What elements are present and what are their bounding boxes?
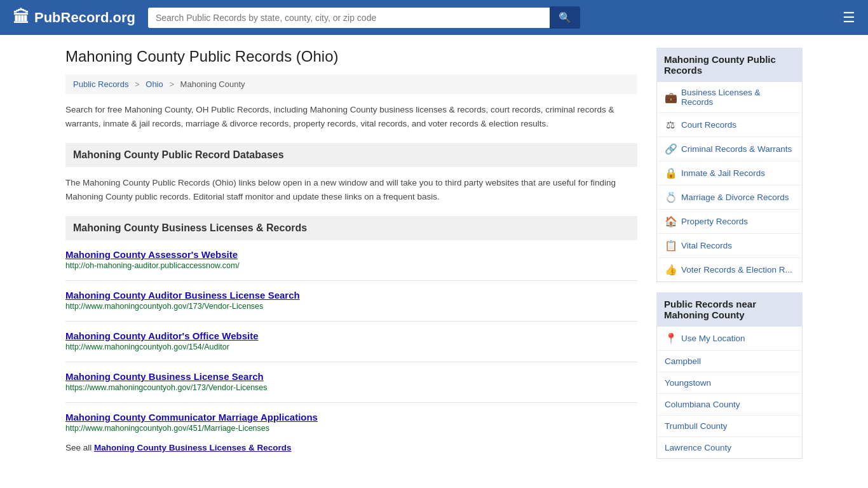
sidebar-label-marriage: Marriage & Divorce Records <box>681 193 789 202</box>
sidebar-item-voter[interactable]: 👍 Voter Records & Election R... <box>657 258 802 281</box>
record-url-auditor-biz: http://www.mahoningcountyoh.gov/173/Vend… <box>65 302 637 311</box>
sidebar-item-criminal[interactable]: 🔗 Criminal Records & Warrants <box>657 137 802 161</box>
sidebar-item-marriage[interactable]: 💍 Marriage & Divorce Records <box>657 186 802 210</box>
business-icon: 💼 <box>665 92 676 104</box>
property-icon: 🏠 <box>665 215 676 227</box>
databases-section-header: Mahoning County Public Record Databases <box>65 143 637 167</box>
records-list: Mahoning County Assessor's Website http:… <box>65 249 637 433</box>
record-item: Mahoning County Assessor's Website http:… <box>65 249 637 281</box>
site-logo[interactable]: 🏛 PubRecord.org <box>13 8 135 27</box>
record-url-marriage-apps: http://www.mahoningcountyoh.gov/451/Marr… <box>65 424 637 433</box>
location-icon: 📍 <box>665 332 676 344</box>
record-link-auditor-office[interactable]: Mahoning County Auditor's Office Website <box>65 330 637 341</box>
sidebar-label-court: Court Records <box>681 120 736 130</box>
logo-text: PubRecord.org <box>34 10 135 26</box>
sidebar-label-youngstown: Youngstown <box>665 378 711 388</box>
sidebar-label-lawrence: Lawrence County <box>665 443 731 452</box>
record-item: Mahoning County Business License Search … <box>65 371 637 403</box>
sidebar-label-property: Property Records <box>681 217 748 226</box>
sidebar-label-trumbull: Trumbull County <box>665 421 728 431</box>
breadcrumb-sep-1: > <box>135 79 140 89</box>
sidebar-item-business[interactable]: 💼 Business Licenses & Records <box>657 82 802 113</box>
record-link-assessor[interactable]: Mahoning County Assessor's Website <box>65 249 637 260</box>
search-input[interactable] <box>148 8 550 28</box>
see-all-link[interactable]: Mahoning County Business Licenses & Reco… <box>94 443 292 452</box>
sidebar-item-court[interactable]: ⚖ Court Records <box>657 113 802 137</box>
record-item: Mahoning County Communicator Marriage Ap… <box>65 412 637 433</box>
page-title: Mahoning County Public Records (Ohio) <box>65 48 637 65</box>
sidebar-item-campbell[interactable]: Campbell <box>657 351 802 372</box>
see-all-text: See all Mahoning County Business License… <box>65 443 637 452</box>
breadcrumb-public-records[interactable]: Public Records <box>73 79 128 89</box>
sidebar-label-vital: Vital Records <box>681 241 732 250</box>
nearby-title: Public Records near Mahoning County <box>656 292 803 327</box>
record-item: Mahoning County Auditor Business License… <box>65 290 637 322</box>
sidebar-nearby-list: 📍 Use My Location Campbell Youngstown Co… <box>656 327 803 459</box>
content-area: Mahoning County Public Records (Ohio) Pu… <box>65 48 637 459</box>
hamburger-icon: ☰ <box>843 10 855 25</box>
sidebar-item-property[interactable]: 🏠 Property Records <box>657 210 802 234</box>
site-header: 🏛 PubRecord.org 🔍 ☰ <box>0 0 868 35</box>
breadcrumb-sep-2: > <box>169 79 174 89</box>
logo-icon: 🏛 <box>13 8 29 27</box>
menu-button[interactable]: ☰ <box>843 10 855 26</box>
record-link-biz-search[interactable]: Mahoning County Business License Search <box>65 371 637 382</box>
sidebar-title: Mahoning County Public Records <box>656 48 803 82</box>
sidebar-item-trumbull[interactable]: Trumbull County <box>657 416 802 437</box>
sidebar-label-campbell: Campbell <box>665 356 701 366</box>
breadcrumb-ohio[interactable]: Ohio <box>146 79 163 89</box>
sidebar-records-list: 💼 Business Licenses & Records ⚖ Court Re… <box>656 82 803 282</box>
intro-text: Search for free Mahoning County, OH Publ… <box>65 103 637 130</box>
record-url-assessor: http://oh-mahoning-auditor.publicaccessn… <box>65 261 637 270</box>
sidebar-item-inmate[interactable]: 🔒 Inmate & Jail Records <box>657 161 802 186</box>
breadcrumb: Public Records > Ohio > Mahoning County <box>65 74 637 94</box>
search-button[interactable]: 🔍 <box>550 6 580 29</box>
voter-icon: 👍 <box>665 264 676 276</box>
vital-icon: 📋 <box>665 240 676 252</box>
record-url-biz-search: https://www.mahoningcountyoh.gov/173/Ven… <box>65 383 637 392</box>
record-url-auditor-office: http://www.mahoningcountyoh.gov/154/Audi… <box>65 342 637 351</box>
main-layout: Mahoning County Public Records (Ohio) Pu… <box>53 35 815 471</box>
record-item: Mahoning County Auditor's Office Website… <box>65 330 637 362</box>
sidebar-label-location: Use My Location <box>681 334 745 343</box>
databases-desc: The Mahoning County Public Records (Ohio… <box>65 176 637 203</box>
breadcrumb-current: Mahoning County <box>180 79 245 89</box>
sidebar-item-vital[interactable]: 📋 Vital Records <box>657 234 802 258</box>
inmate-icon: 🔒 <box>665 167 676 179</box>
search-bar: 🔍 <box>148 6 580 29</box>
sidebar-item-columbiana[interactable]: Columbiana County <box>657 394 802 416</box>
sidebar-label-inmate: Inmate & Jail Records <box>681 168 765 178</box>
sidebar-label-criminal: Criminal Records & Warrants <box>681 144 792 154</box>
record-link-auditor-biz[interactable]: Mahoning County Auditor Business License… <box>65 290 637 301</box>
court-icon: ⚖ <box>665 119 676 131</box>
sidebar-item-youngstown[interactable]: Youngstown <box>657 372 802 394</box>
sidebar-label-columbiana: Columbiana County <box>665 400 740 409</box>
business-section-header: Mahoning County Business Licenses & Reco… <box>65 216 637 240</box>
search-icon: 🔍 <box>559 12 571 23</box>
sidebar-item-lawrence[interactable]: Lawrence County <box>657 437 802 458</box>
sidebar: Mahoning County Public Records 💼 Busines… <box>656 48 803 459</box>
marriage-icon: 💍 <box>665 191 676 203</box>
record-link-marriage-apps[interactable]: Mahoning County Communicator Marriage Ap… <box>65 412 637 423</box>
sidebar-label-business: Business Licenses & Records <box>681 88 794 107</box>
criminal-icon: 🔗 <box>665 143 676 155</box>
sidebar-label-voter: Voter Records & Election R... <box>681 265 792 274</box>
sidebar-item-location[interactable]: 📍 Use My Location <box>657 327 802 351</box>
